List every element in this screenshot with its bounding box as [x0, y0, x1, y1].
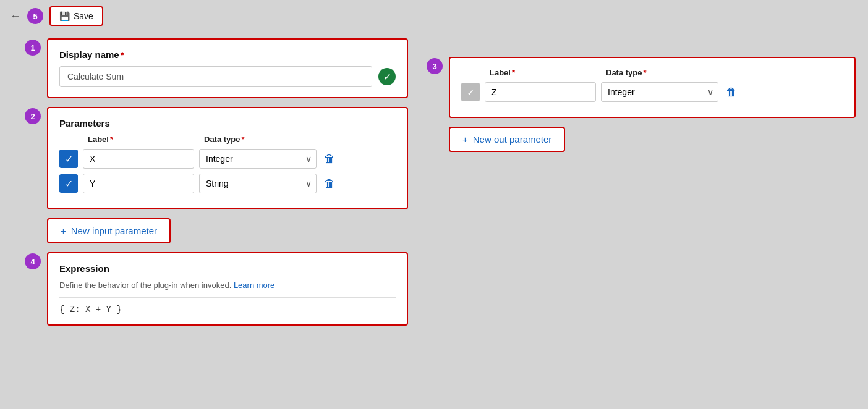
- param-type-x[interactable]: Integer String Boolean Float Date: [199, 149, 317, 169]
- expression-input-box: { Z: X + Y }: [59, 297, 396, 314]
- output-params-box: Label* Data type* ✓ Integer: [449, 57, 856, 118]
- display-name-row: ✓: [59, 66, 396, 87]
- param-type-z[interactable]: Integer String Boolean Float Date: [601, 82, 718, 102]
- display-name-box: Display name* ✓: [47, 38, 408, 98]
- delete-icon-z[interactable]: 🗑: [723, 83, 739, 101]
- param-type-wrapper-z: Integer String Boolean Float Date ∨: [601, 82, 718, 102]
- param-type-wrapper-y: Integer String Boolean Float Date ∨: [199, 174, 317, 193]
- label-header: Label*: [88, 135, 199, 144]
- main-layout: 1 Display name* ✓ 2: [0, 32, 868, 332]
- save-button[interactable]: 💾 Save: [49, 6, 103, 26]
- delete-icon-x[interactable]: 🗑: [321, 150, 338, 168]
- param-type-wrapper-x: Integer String Boolean Float Date ∨: [199, 149, 317, 169]
- new-input-param-label: New input parameter: [71, 226, 157, 236]
- type-header: Data type*: [204, 135, 321, 144]
- back-button[interactable]: ←: [10, 10, 21, 23]
- new-out-plus-icon: +: [462, 134, 468, 145]
- save-label: Save: [74, 11, 93, 21]
- parameters-content: Parameters Label* Data type* ✓: [47, 107, 408, 209]
- expression-section: 4 Expression Define the behavior of the …: [25, 252, 408, 326]
- param-row-x: ✓ Integer String Boolean Float Date ∨: [59, 149, 396, 169]
- param-checkbox-z[interactable]: ✓: [461, 83, 480, 101]
- step3-badge: 3: [427, 58, 443, 74]
- display-name-title: Display name*: [59, 49, 396, 60]
- output-params-content: Label* Data type* ✓ Integer: [449, 57, 856, 118]
- param-row-y: ✓ Integer String Boolean Float Date ∨: [59, 174, 396, 193]
- new-input-plus-icon: +: [61, 226, 66, 236]
- learn-more-link[interactable]: Learn more: [234, 280, 274, 290]
- display-name-section: 1 Display name* ✓: [25, 38, 408, 98]
- parameters-section: 2 Parameters Label* Data type* ✓: [25, 107, 408, 209]
- output-label-header: Label*: [490, 68, 601, 77]
- new-out-param-wrapper: + New out parameter: [449, 127, 856, 152]
- param-type-y[interactable]: Integer String Boolean Float Date: [199, 174, 317, 193]
- display-name-required: *: [121, 49, 124, 60]
- parameters-title: Parameters: [59, 118, 396, 129]
- step1-badge: 1: [25, 40, 41, 56]
- param-label-z[interactable]: [485, 82, 596, 102]
- param-label-x[interactable]: [83, 149, 194, 169]
- display-name-content: Display name* ✓: [47, 38, 408, 98]
- expression-content: Expression Define the behavior of the pl…: [47, 252, 408, 326]
- new-out-param-button[interactable]: + New out parameter: [449, 127, 565, 152]
- left-column: 1 Display name* ✓ 2: [25, 38, 408, 326]
- right-column: 3 Label* Data type* ✓: [427, 38, 856, 152]
- param-row-z: ✓ Integer String Boolean Float Date ∨: [461, 82, 843, 102]
- output-param-header-row: Label* Data type*: [461, 68, 843, 77]
- valid-check-icon: ✓: [378, 68, 396, 85]
- step5-badge: 5: [27, 8, 43, 24]
- expression-title: Expression: [59, 263, 396, 274]
- step2-badge: 2: [25, 108, 41, 124]
- param-checkbox-y[interactable]: ✓: [59, 174, 78, 193]
- output-params-section: 3 Label* Data type* ✓: [427, 57, 856, 118]
- expression-box: Expression Define the behavior of the pl…: [47, 252, 408, 326]
- param-header-row: Label* Data type*: [59, 135, 396, 144]
- step4-badge: 4: [25, 253, 41, 269]
- param-label-y[interactable]: [83, 174, 194, 193]
- new-out-param-label: New out parameter: [473, 134, 552, 145]
- toolbar: ← 5 💾 Save: [0, 0, 868, 32]
- output-type-header: Data type*: [606, 68, 723, 77]
- new-input-param-button[interactable]: + New input parameter: [47, 218, 171, 243]
- param-checkbox-x[interactable]: ✓: [59, 150, 78, 168]
- new-input-param-wrapper: + New input parameter: [47, 218, 408, 243]
- delete-icon-y[interactable]: 🗑: [321, 175, 338, 193]
- save-icon: 💾: [59, 11, 70, 21]
- expression-value: { Z: X + Y }: [59, 305, 122, 314]
- display-name-input[interactable]: [59, 66, 372, 87]
- expression-description: Define the behavior of the plug-in when …: [59, 280, 396, 291]
- parameters-box: Parameters Label* Data type* ✓: [47, 107, 408, 209]
